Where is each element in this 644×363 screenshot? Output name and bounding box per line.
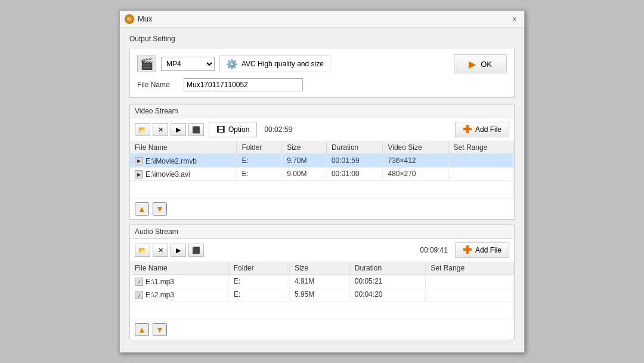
video-stream-section: Video Stream 📂 ✕ ▶ ⬛ 🎞 Option 00:02:59 ✚…: [129, 104, 515, 220]
audio-cell-size: 5.95M: [289, 288, 349, 302]
output-row1: 🎬 MP4 AVI MKV MOV ⚙️ AVC High quality an…: [137, 54, 507, 73]
video-add-file-button[interactable]: ✚ Add File: [455, 122, 509, 137]
output-setting-panel: 🎬 MP4 AVI MKV MOV ⚙️ AVC High quality an…: [129, 48, 515, 98]
format-select[interactable]: MP4 AVI MKV MOV: [161, 57, 215, 71]
video-cell-folder: E:: [237, 167, 282, 181]
audio-move-down-button[interactable]: ▼: [153, 323, 167, 336]
window-title: Mux: [138, 14, 153, 23]
video-col-setrange: Set Range: [448, 141, 513, 154]
video-cell-setrange: [448, 154, 513, 168]
audio-col-setrange: Set Range: [426, 262, 514, 275]
video-remove-button[interactable]: ✕: [153, 123, 168, 136]
audio-stream-section: Audio Stream 📂 ✕ ▶ ⬛ 00:09:41 ✚ Add File…: [129, 224, 515, 340]
ok-button[interactable]: ▶ OK: [454, 54, 507, 73]
video-col-folder: Folder: [237, 141, 282, 154]
ok-label: OK: [481, 60, 492, 69]
audio-cell-duration: 00:05:21: [349, 275, 426, 288]
audio-cell-setrange: [426, 288, 514, 302]
audio-file-table: File Name Folder Size Duration Set Range…: [130, 262, 514, 319]
video-cell-videosize: 480×270: [383, 167, 448, 181]
video-cell-duration: 00:01:59: [326, 154, 383, 168]
audio-col-duration: Duration: [349, 262, 426, 275]
main-window: M Mux × Output Setting 🎬 MP4 AVI MKV MOV: [119, 10, 525, 353]
audio-stream-header: Audio Stream: [130, 225, 514, 239]
audio-table-header: File Name Folder Size Duration Set Range: [130, 262, 514, 275]
video-cell-folder: E:: [237, 154, 282, 168]
video-col-duration: Duration: [326, 141, 383, 154]
video-col-size: Size: [282, 141, 327, 154]
video-option-button[interactable]: 🎞 Option: [209, 122, 257, 137]
audio-cell-folder: E:: [228, 288, 289, 302]
filename-input[interactable]: [184, 78, 303, 91]
video-play-button[interactable]: ▶: [171, 123, 186, 136]
video-cell-name: ▶ E:\iMovie2.rmvb: [130, 154, 237, 168]
audio-play-button[interactable]: ▶: [171, 244, 186, 257]
audio-col-size: Size: [289, 262, 349, 275]
audio-cell-name: ♪ E:\1.mp3: [130, 275, 228, 288]
audio-clip-button[interactable]: ⬛: [188, 244, 204, 257]
output-format-icon: 🎬: [137, 56, 156, 72]
video-stream-footer: ▲ ▼: [130, 199, 514, 219]
audio-col-filename: File Name: [130, 262, 228, 275]
app-icon: M: [125, 14, 134, 24]
close-button[interactable]: ×: [510, 14, 519, 24]
video-open-button[interactable]: 📂: [135, 123, 150, 136]
audio-remove-button[interactable]: ✕: [153, 244, 168, 257]
title-bar: M Mux ×: [120, 11, 524, 27]
video-cell-setrange: [448, 167, 513, 181]
table-empty-row: [130, 302, 514, 319]
video-filmstrip-icon: 🎞: [216, 125, 225, 134]
audio-stream-footer: ▲ ▼: [130, 319, 514, 340]
file-icon: ♪: [135, 278, 143, 286]
video-cell-size: 9.00M: [282, 167, 327, 181]
window-body: Output Setting 🎬 MP4 AVI MKV MOV ⚙️ AVC …: [120, 27, 524, 352]
video-duration: 00:02:59: [264, 125, 292, 134]
audio-cell-name: ♪ E:\2.mp3: [130, 288, 228, 302]
video-move-down-button[interactable]: ▼: [153, 202, 167, 216]
audio-stream-toolbar: 📂 ✕ ▶ ⬛ 00:09:41 ✚ Add File: [130, 239, 514, 262]
audio-plus-icon: ✚: [463, 244, 472, 257]
video-col-filename: File Name: [130, 141, 237, 154]
video-stream-toolbar: 📂 ✕ ▶ ⬛ 🎞 Option 00:02:59 ✚ Add File: [130, 118, 514, 141]
audio-open-button[interactable]: 📂: [135, 244, 150, 257]
audio-cell-folder: E:: [228, 275, 289, 288]
audio-cell-setrange: [426, 275, 514, 288]
video-cell-duration: 00:01:00: [326, 167, 383, 181]
output-row2: File Name: [137, 78, 507, 91]
file-icon: ▶: [135, 170, 143, 179]
table-row[interactable]: ▶ E:\iMovie2.rmvb E: 9.70M 00:01:59 736×…: [130, 154, 514, 168]
filename-label: File Name: [137, 81, 179, 89]
audio-move-up-button[interactable]: ▲: [135, 323, 149, 336]
codec-label: AVC High quality and size: [242, 60, 324, 68]
video-file-list: ▶ E:\iMovie2.rmvb E: 9.70M 00:01:59 736×…: [130, 154, 514, 199]
video-stream-header: Video Stream: [130, 104, 514, 118]
title-bar-left: M Mux: [125, 14, 153, 24]
video-cell-videosize: 736×412: [383, 154, 448, 168]
video-add-file-label: Add File: [475, 125, 501, 134]
audio-add-file-label: Add File: [475, 246, 501, 254]
audio-add-file-button[interactable]: ✚ Add File: [455, 242, 509, 258]
video-move-up-button[interactable]: ▲: [135, 202, 149, 216]
output-setting-label: Output Setting: [129, 35, 515, 43]
audio-file-list: ♪ E:\1.mp3 E: 4.91M 00:05:21 ♪ E:\2.mp3 …: [130, 275, 514, 319]
video-plus-icon: ✚: [463, 123, 472, 136]
table-row[interactable]: ▶ E:\imovie3.avi E: 9.00M 00:01:00 480×2…: [130, 167, 514, 181]
audio-cell-duration: 00:04:20: [349, 288, 426, 302]
video-option-label: Option: [228, 125, 249, 134]
file-icon: ♪: [135, 291, 143, 299]
video-file-table: File Name Folder Size Duration Video Siz…: [130, 141, 514, 199]
video-cell-size: 9.70M: [282, 154, 327, 168]
audio-col-folder: Folder: [228, 262, 289, 275]
video-cell-name: ▶ E:\imovie3.avi: [130, 167, 237, 181]
table-empty-row: [130, 181, 514, 199]
audio-duration: 00:09:41: [420, 246, 448, 254]
table-row[interactable]: ♪ E:\2.mp3 E: 5.95M 00:04:20: [130, 288, 514, 302]
video-col-videosize: Video Size: [383, 141, 448, 154]
video-clip-button[interactable]: ⬛: [188, 123, 204, 136]
audio-cell-size: 4.91M: [289, 275, 349, 288]
ok-arrow-icon: ▶: [469, 59, 476, 70]
codec-icon: ⚙️: [226, 59, 238, 70]
video-table-header: File Name Folder Size Duration Video Siz…: [130, 141, 514, 154]
codec-button[interactable]: ⚙️ AVC High quality and size: [219, 56, 330, 72]
table-row[interactable]: ♪ E:\1.mp3 E: 4.91M 00:05:21: [130, 275, 514, 288]
